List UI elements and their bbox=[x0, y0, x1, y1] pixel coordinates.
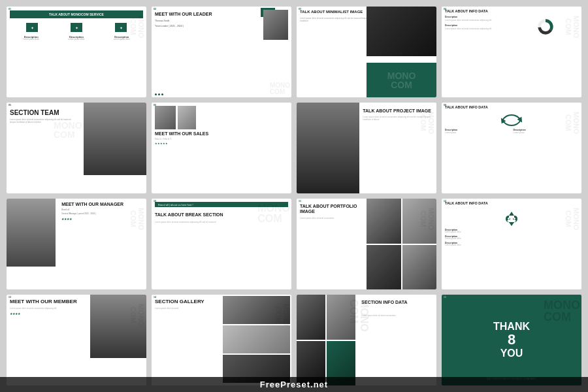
slide-9-photo bbox=[7, 199, 56, 267]
slide-8-watermark: MONOCOM bbox=[564, 112, 580, 134]
slide-14-num: 14 bbox=[154, 296, 156, 299]
slide-7-watermark: MONOCOM bbox=[419, 112, 435, 134]
slide-8-num: 08 bbox=[444, 104, 446, 106]
slide-1-title: TALK ABOUT MONOCOM SERVICE bbox=[13, 12, 140, 16]
slide-12-recycle bbox=[442, 209, 581, 227]
slide-2-num: 02 bbox=[154, 8, 156, 10]
slide-10-bar-label: Brand all | about us here font ! bbox=[158, 203, 193, 206]
freepreset-watermark: FreePreset.net bbox=[0, 377, 588, 392]
slide-4-content: Description Lorem ipsum dolor sit amet c… bbox=[442, 16, 581, 38]
slide-14-text: Lorem ipsum dolor sit amet bbox=[152, 307, 221, 310]
slide-6: 06 MEET WITH OUR SALES Felix G. / Felix … bbox=[152, 103, 291, 193]
slide-5: 05 SECTION TEAM Lorem ipsum dolor sit am… bbox=[7, 103, 146, 193]
slide-11-title: TALK ABOUT PORTFOLIO IMAGE bbox=[297, 199, 367, 217]
slide-16: 16 MONOCOM THANK 8 YOU WE FOSTER BEST PR… bbox=[442, 295, 581, 385]
slide-1-icon-3: ✦ bbox=[115, 23, 127, 32]
slide-8-arrows-svg bbox=[499, 113, 524, 127]
slide-11-ph-3 bbox=[367, 245, 401, 290]
slide-15-text: Lorem ipsum dolor sit amet consectetur bbox=[358, 314, 435, 317]
slide-8: 08 TALK ABOUT INFO DATA Description Lo bbox=[442, 103, 581, 193]
slide-16-thank-line2: YOU bbox=[493, 348, 530, 360]
slide-2-watermark: MONOCOM bbox=[270, 82, 290, 95]
slide-1-desc-1: Description Lorem ipsum dolor bbox=[23, 35, 39, 41]
slide-13-watermark: MONOCOM bbox=[129, 304, 145, 326]
slide-8-descs: Description Lorem ipsum Description Lore… bbox=[442, 129, 581, 135]
slide-11-watermark: MONOCOM bbox=[419, 208, 435, 230]
slide-5-watermark: MONOCOM bbox=[54, 121, 82, 139]
slide-6-photo-1 bbox=[155, 106, 176, 129]
slide-1: 01 TALK ABOUT MONOCOM SERVICE ✦ ✦ ✦ Desc… bbox=[7, 7, 146, 97]
slide-1-num: 01 bbox=[8, 8, 11, 10]
slide-3: 03 TALK ABOUT MINIMALIST IMAGE Lorem ips… bbox=[297, 7, 436, 97]
slide-4-watermark: MONOCOM bbox=[564, 16, 580, 38]
slide-7: 07 TALK ABOUT PROJECT IMAGE Lorem ipsum … bbox=[297, 103, 436, 193]
slide-1-desc-3: Description Lorem ipsum dolor bbox=[114, 35, 130, 41]
slide-6-num: 06 bbox=[154, 104, 156, 106]
slide-15: 15 MONOCOM SECTION INFO DATA Lorem ipsum… bbox=[297, 295, 436, 385]
slide-4-num: 04 bbox=[444, 8, 446, 10]
slide-16-num: 16 bbox=[444, 296, 446, 299]
slide-1-header: TALK ABOUT MONOCOM SERVICE bbox=[10, 10, 143, 18]
slide-2: 02 MEET WITH OUR LEADER Thomas Smith Tea… bbox=[152, 7, 291, 97]
slides-grid: 01 TALK ABOUT MONOCOM SERVICE ✦ ✦ ✦ Desc… bbox=[0, 0, 588, 392]
slide-12-watermark: MONOCOM bbox=[564, 208, 580, 230]
slide-12-descs: Description Lorem ipsum dolor Descriptio… bbox=[442, 229, 581, 247]
slide-1-icon-2: ✦ bbox=[71, 23, 82, 32]
slide-11-ph-1 bbox=[367, 199, 401, 244]
slide-14: 14 SECTION GALLERY Lorem ipsum dolor sit… bbox=[152, 295, 291, 385]
slide-13-title: MEET WITH OUR MEMBER bbox=[7, 295, 88, 307]
slide-11-ph-4 bbox=[402, 245, 437, 290]
slide-6-title: MEET WITH OUR SALES bbox=[152, 131, 291, 137]
slide-10: 10 Brand all | about us here font ! TALK… bbox=[152, 199, 291, 289]
slide-10-num: 10 bbox=[154, 200, 156, 203]
slide-5-num: 05 bbox=[8, 104, 11, 106]
slide-6-photo-2 bbox=[178, 106, 196, 129]
slide-4: 04 TALK ABOUT INFO DATA Description Lore… bbox=[442, 7, 581, 97]
slide-1-icons: ✦ ✦ ✦ bbox=[7, 21, 146, 34]
slide-16-thank-num: 8 bbox=[493, 332, 530, 348]
slide-14-pg-2 bbox=[223, 325, 290, 353]
slide-12: 12 TALK ABOUT INFO DATA Description Lore… bbox=[442, 199, 581, 289]
slide-2-photo bbox=[263, 10, 288, 40]
slide-12-title: TALK ABOUT INFO DATA bbox=[442, 199, 581, 208]
slide-1-watermark: MONOCOM bbox=[129, 16, 145, 38]
slide-15-lph-1 bbox=[297, 295, 325, 340]
slide-1-desc-2: Description Lorem ipsum dolor bbox=[69, 35, 85, 41]
slide-16-watermark: MONOCOM bbox=[544, 299, 580, 323]
slide-3-photo bbox=[367, 7, 436, 56]
slide-14-watermark: MONOCOM bbox=[274, 304, 290, 326]
slide-9-title: MEET WITH OUR MANAGER bbox=[61, 202, 143, 207]
slide-1-descs: Description Lorem ipsum dolor Descriptio… bbox=[7, 34, 146, 42]
slide-8-title: TALK ABOUT INFO DATA bbox=[442, 103, 581, 112]
slide-10-watermark: MONOCOM bbox=[257, 203, 290, 224]
slide-11-num: 11 bbox=[299, 200, 301, 203]
slide-5-photo bbox=[84, 103, 146, 175]
slide-3-num: 03 bbox=[299, 8, 301, 10]
slide-11: 11 TALK ABOUT PORTFOLIO IMAGE Lorem ipsu… bbox=[297, 199, 436, 289]
slide-4-title: TALK ABOUT INFO DATA bbox=[442, 7, 581, 16]
slide-14-title: SECTION GALLERY bbox=[152, 295, 221, 307]
slide-15-title: SECTION INFO DATA bbox=[358, 298, 435, 306]
slide-11-text: Lorem ipsum dolor sit amet consectetur bbox=[297, 217, 367, 220]
slide-9: 09 MEET WITH OUR MANAGER Brand all Gener… bbox=[7, 199, 146, 289]
slide-6-names: Felix G. / Felix G.T. bbox=[152, 137, 291, 142]
slide-12-num: 12 bbox=[444, 200, 446, 203]
slide-6-stars: ★★★★★ bbox=[152, 142, 291, 145]
slide-13: 13 MEET WITH OUR MEMBER Lorem ipsum dolo… bbox=[7, 295, 146, 385]
slide-7-photo bbox=[297, 103, 359, 193]
slide-8-arrows bbox=[442, 113, 581, 127]
slide-3-text: Lorem ipsum dolor sit amet consectetur a… bbox=[300, 17, 370, 22]
slide-16-thank-text: THANK 8 YOU bbox=[493, 321, 530, 359]
slide-16-thank-line1: THANK bbox=[493, 321, 530, 333]
slide-3-content: TALK ABOUT MINIMALIST IMAGE Lorem ipsum … bbox=[297, 7, 374, 25]
slide-2-dots bbox=[155, 93, 163, 95]
slide-6-photos bbox=[152, 103, 291, 131]
slide-4-donut-chart bbox=[536, 18, 555, 36]
slide-9-watermark: MONOCOM bbox=[129, 208, 145, 230]
slide-15-photos bbox=[297, 295, 355, 385]
slide-3-bottom-bar: MONOCOM bbox=[367, 63, 436, 97]
slide-4-left: Description Lorem ipsum dolor sit amet c… bbox=[445, 16, 510, 38]
slide-13-num: 13 bbox=[8, 296, 11, 299]
slide-1-icon-1: ✦ bbox=[26, 23, 38, 32]
slide-12-recycle-icon bbox=[502, 209, 521, 227]
